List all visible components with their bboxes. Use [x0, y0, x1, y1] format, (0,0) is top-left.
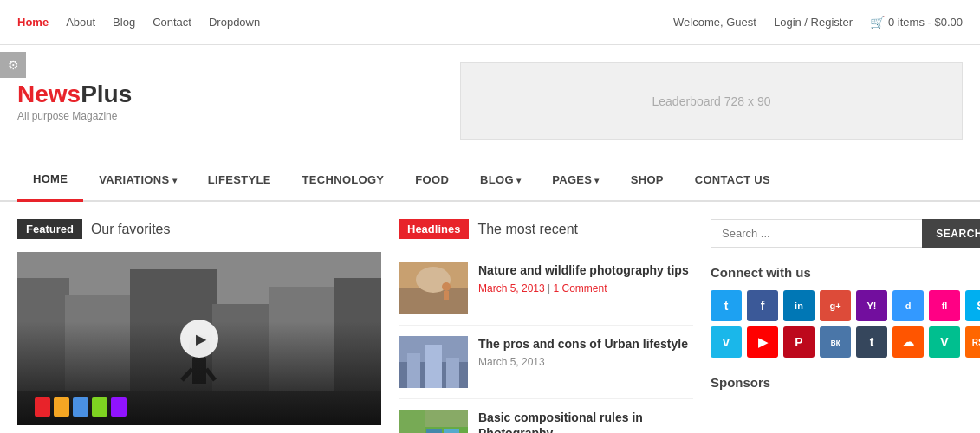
svg-rect-24: [399, 410, 425, 433]
nav-about[interactable]: About: [66, 16, 95, 29]
facebook-icon[interactable]: f: [747, 290, 778, 321]
bag-purple: [111, 397, 127, 417]
social-row-2: v ▶ P вк t ☁ V RSS: [711, 326, 980, 358]
headline-meta-2: March 5, 2013: [478, 356, 693, 368]
headlines-header: Headlines The most recent: [399, 219, 693, 239]
tumblr-icon[interactable]: t: [856, 326, 887, 358]
mainnav-home[interactable]: HOME: [17, 158, 83, 202]
thumb-urban: [399, 336, 468, 388]
top-bar-right: Welcome, Guest Login / Register 🛒 0 item…: [673, 16, 963, 29]
headline-title-2[interactable]: The pros and cons of Urban lifestyle: [478, 336, 693, 352]
linkedin-icon[interactable]: in: [783, 290, 815, 321]
svg-rect-21: [425, 345, 442, 388]
flickr-icon[interactable]: fl: [929, 290, 960, 321]
connect-title: Connect with us: [711, 265, 980, 280]
social-row-1: t f in g+ Y! d fl S: [711, 290, 980, 321]
twitter-icon[interactable]: t: [711, 290, 742, 321]
play-button[interactable]: [180, 320, 218, 358]
soundcloud-icon[interactable]: ☁: [892, 326, 924, 358]
nav-dropdown[interactable]: Dropdown: [209, 16, 260, 29]
featured-image[interactable]: [17, 252, 381, 425]
svg-rect-22: [446, 358, 459, 388]
leaderboard-banner: Leaderboard 728 x 90: [460, 62, 963, 140]
svg-line-11: [182, 369, 192, 380]
urban-svg: [399, 336, 468, 388]
logo-plus: Plus: [81, 81, 132, 107]
headline-title-1[interactable]: Nature and wildlife photography tips: [478, 262, 693, 278]
featured-section: Featured Our favorites: [17, 219, 381, 433]
thumb-nature: [399, 262, 468, 314]
mainnav-blog[interactable]: BLOG: [464, 159, 536, 200]
logo-news: News: [17, 81, 81, 107]
social-grid: t f in g+ Y! d fl S v ▶ P вк t ☁ V RSS: [711, 290, 980, 358]
vine-icon[interactable]: V: [929, 326, 960, 358]
mainnav-lifestyle[interactable]: LIFESTYLE: [192, 159, 287, 200]
search-button[interactable]: SEARCH: [922, 219, 980, 248]
nav-blog[interactable]: Blog: [113, 16, 135, 29]
search-input[interactable]: [711, 219, 922, 248]
mainnav-variations[interactable]: VARIATIONS: [83, 159, 192, 200]
bag-red: [35, 397, 50, 417]
svg-rect-26: [426, 429, 442, 433]
headline-info-2: The pros and cons of Urban lifestyle Mar…: [478, 336, 693, 368]
sidebar: SEARCH Connect with us t f in g+ Y! d fl…: [711, 219, 980, 433]
headline-thumb-1: [399, 262, 468, 314]
svg-rect-17: [444, 291, 449, 300]
logo-tagline: All purpose Magazine: [17, 110, 132, 122]
header: NewsPlus All purpose Magazine Leaderboar…: [0, 45, 980, 158]
featured-badge: Featured: [17, 219, 82, 239]
nature-svg: [399, 262, 468, 314]
headline-info-3: Basic compositional rules in Photography…: [478, 410, 693, 433]
vimeo-icon[interactable]: v: [711, 326, 742, 358]
top-bar-left: Home About Blog Contact Dropdown: [17, 16, 260, 29]
cart-area[interactable]: 🛒 0 items - $0.00: [870, 16, 963, 29]
headlines-section: Headlines The most recent Natur: [399, 219, 693, 433]
svg-rect-5: [212, 304, 273, 425]
mainnav-pages[interactable]: PAGES: [536, 159, 614, 200]
cart-label: 0 items - $0.00: [888, 16, 963, 29]
logo-text: NewsPlus: [17, 81, 132, 108]
svg-rect-7: [334, 278, 381, 425]
main-nav: HOME VARIATIONS LIFESTYLE TECHNOLOGY FOO…: [0, 158, 980, 202]
googleplus-icon[interactable]: g+: [820, 290, 851, 321]
featured-header: Featured Our favorites: [17, 219, 381, 239]
bag-green: [92, 397, 107, 417]
welcome-text: Welcome, Guest: [673, 16, 756, 29]
yahoo-icon[interactable]: Y!: [856, 290, 887, 321]
headline-item-3: Basic compositional rules in Photography…: [399, 399, 693, 433]
mainnav-contact-us[interactable]: CONTACT US: [679, 159, 786, 200]
mainnav-shop[interactable]: SHOP: [615, 159, 679, 200]
login-link[interactable]: Login / Register: [774, 16, 853, 29]
headlines-badge: Headlines: [399, 219, 469, 239]
nav-contact[interactable]: Contact: [153, 16, 191, 29]
top-bar: Home About Blog Contact Dropdown Welcome…: [0, 0, 980, 45]
skype-icon[interactable]: S: [965, 290, 980, 321]
featured-title: Our favorites: [91, 222, 171, 237]
headline-thumb-2: [399, 336, 468, 388]
thumb-photo: [399, 410, 468, 433]
rss-icon[interactable]: RSS: [965, 326, 980, 358]
content-wrapper: Featured Our favorites: [0, 202, 980, 433]
mainnav-food[interactable]: FOOD: [399, 159, 464, 200]
svg-rect-27: [444, 429, 459, 433]
svg-rect-20: [407, 353, 420, 388]
youtube-icon[interactable]: ▶: [747, 326, 778, 358]
cart-icon: 🛒: [870, 16, 885, 29]
nav-home[interactable]: Home: [17, 16, 49, 29]
svg-rect-10: [192, 358, 206, 384]
logo[interactable]: NewsPlus All purpose Magazine: [17, 81, 132, 122]
headline-meta-1: March 5, 2013 | 1 Comment: [478, 282, 693, 294]
vk-icon[interactable]: вк: [820, 326, 851, 358]
svg-line-12: [206, 369, 215, 380]
headline-item: Nature and wildlife photography tips Mar…: [399, 252, 693, 326]
mainnav-technology[interactable]: TECHNOLOGY: [287, 159, 400, 200]
svg-point-16: [442, 282, 451, 291]
pinterest-icon[interactable]: P: [783, 326, 815, 358]
top-nav: Home About Blog Contact Dropdown: [17, 16, 260, 29]
gear-icon[interactable]: ⚙: [0, 52, 26, 78]
delicious-icon[interactable]: d: [892, 290, 924, 321]
photo-svg: [399, 410, 468, 433]
headline-title-3[interactable]: Basic compositional rules in Photography: [478, 410, 693, 433]
headline-item-2: The pros and cons of Urban lifestyle Mar…: [399, 326, 693, 399]
bags: [35, 397, 127, 417]
